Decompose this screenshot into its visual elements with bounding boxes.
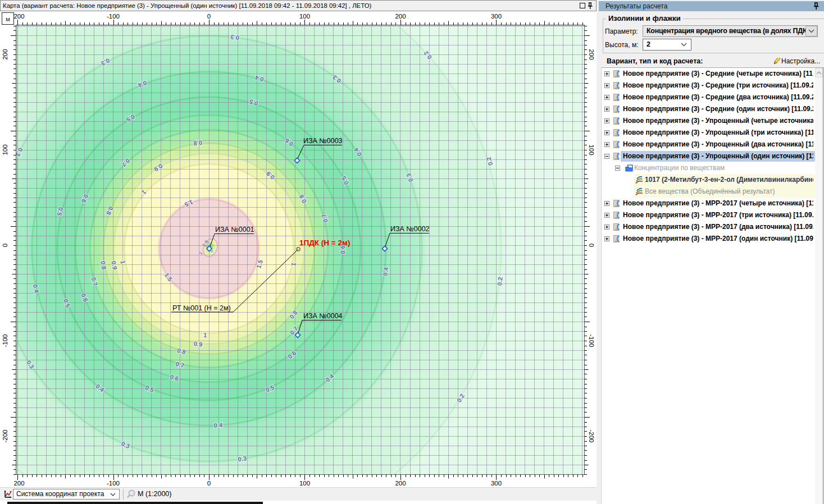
svg-text:ИЗА №0003: ИЗА №0003	[303, 137, 343, 145]
svg-text:100: 100	[588, 144, 595, 155]
svg-text:100: 100	[2, 144, 8, 155]
svg-text:1ПДК (Н = 2м): 1ПДК (Н = 2м)	[299, 239, 350, 247]
svg-text:0.3: 0.3	[230, 34, 240, 42]
svg-text:0: 0	[207, 480, 211, 487]
svg-text:200: 200	[2, 49, 8, 59]
svg-text:0.9: 0.9	[193, 340, 203, 348]
svg-text:-200: -200	[588, 429, 595, 442]
svg-text:200: 200	[395, 13, 406, 20]
svg-text:0.4: 0.4	[381, 267, 389, 277]
svg-text:-100: -100	[588, 334, 595, 347]
svg-text:200: 200	[588, 49, 595, 59]
svg-text:РТ №001 (Н = 2м): РТ №001 (Н = 2м)	[172, 304, 231, 312]
svg-text:0.3: 0.3	[238, 455, 247, 462]
svg-text:ИЗА №0002: ИЗА №0002	[390, 225, 430, 233]
svg-text:0.2: 0.2	[496, 277, 504, 286]
svg-text:100: 100	[299, 13, 310, 20]
svg-text:м: м	[6, 16, 10, 22]
svg-text:0.8: 0.8	[193, 139, 202, 147]
svg-text:200: 200	[395, 480, 406, 487]
svg-text:-200: -200	[2, 429, 8, 442]
svg-text:-100: -100	[107, 13, 120, 20]
svg-text:0: 0	[207, 13, 211, 20]
svg-text:0.8: 0.8	[99, 260, 107, 270]
svg-text:0.4: 0.4	[214, 421, 224, 429]
svg-text:0: 0	[2, 244, 8, 247]
svg-text:-100: -100	[2, 334, 8, 347]
svg-text:100: 100	[299, 480, 310, 487]
svg-text:0: 0	[588, 244, 595, 247]
svg-text:300: 300	[491, 13, 502, 20]
svg-text:300: 300	[491, 480, 502, 487]
svg-text:1: 1	[203, 332, 207, 338]
svg-text:ИЗА №0004: ИЗА №0004	[303, 312, 343, 320]
svg-text:200: 200	[13, 480, 24, 487]
svg-text:ИЗА №0001: ИЗА №0001	[215, 226, 254, 233]
svg-text:200: 200	[13, 13, 24, 20]
svg-text:-100: -100	[107, 480, 120, 487]
